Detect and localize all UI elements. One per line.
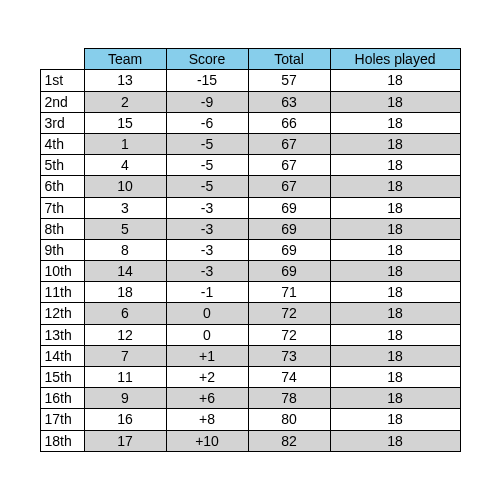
score-cell: -5 — [166, 155, 248, 176]
holes-cell: 18 — [330, 345, 460, 366]
table-row: 14th7+17318 — [40, 345, 460, 366]
score-cell: -9 — [166, 91, 248, 112]
holes-cell: 18 — [330, 155, 460, 176]
team-cell: 17 — [84, 430, 166, 451]
total-cell: 69 — [248, 239, 330, 260]
table-row: 8th5-36918 — [40, 218, 460, 239]
total-cell: 69 — [248, 218, 330, 239]
rank-cell: 11th — [40, 282, 84, 303]
table-row: 12th607218 — [40, 303, 460, 324]
table-row: 1st13-155718 — [40, 70, 460, 91]
table-row: 13th1207218 — [40, 324, 460, 345]
rank-cell: 9th — [40, 239, 84, 260]
score-cell: -15 — [166, 70, 248, 91]
team-cell: 1 — [84, 133, 166, 154]
total-cell: 63 — [248, 91, 330, 112]
team-cell: 11 — [84, 367, 166, 388]
holes-cell: 18 — [330, 70, 460, 91]
holes-cell: 18 — [330, 388, 460, 409]
team-cell: 2 — [84, 91, 166, 112]
table-row: 17th16+88018 — [40, 409, 460, 430]
score-cell: -3 — [166, 218, 248, 239]
holes-cell: 18 — [330, 282, 460, 303]
team-cell: 12 — [84, 324, 166, 345]
rank-cell: 7th — [40, 197, 84, 218]
holes-cell: 18 — [330, 261, 460, 282]
team-cell: 9 — [84, 388, 166, 409]
col-holes: Holes played — [330, 49, 460, 70]
score-cell: -5 — [166, 133, 248, 154]
team-cell: 18 — [84, 282, 166, 303]
holes-cell: 18 — [330, 239, 460, 260]
rank-cell: 18th — [40, 430, 84, 451]
score-cell: -3 — [166, 239, 248, 260]
total-cell: 71 — [248, 282, 330, 303]
rank-cell: 14th — [40, 345, 84, 366]
holes-cell: 18 — [330, 303, 460, 324]
rank-cell: 6th — [40, 176, 84, 197]
total-cell: 72 — [248, 303, 330, 324]
team-cell: 5 — [84, 218, 166, 239]
rank-cell: 17th — [40, 409, 84, 430]
score-cell: -1 — [166, 282, 248, 303]
table-row: 6th10-56718 — [40, 176, 460, 197]
holes-cell: 18 — [330, 218, 460, 239]
team-cell: 10 — [84, 176, 166, 197]
score-cell: +1 — [166, 345, 248, 366]
score-cell: 0 — [166, 303, 248, 324]
rank-cell: 8th — [40, 218, 84, 239]
holes-cell: 18 — [330, 112, 460, 133]
holes-cell: 18 — [330, 133, 460, 154]
team-cell: 14 — [84, 261, 166, 282]
holes-cell: 18 — [330, 91, 460, 112]
total-cell: 67 — [248, 176, 330, 197]
total-cell: 67 — [248, 155, 330, 176]
total-cell: 66 — [248, 112, 330, 133]
score-cell: -3 — [166, 197, 248, 218]
col-score: Score — [166, 49, 248, 70]
total-cell: 74 — [248, 367, 330, 388]
total-cell: 57 — [248, 70, 330, 91]
holes-cell: 18 — [330, 409, 460, 430]
holes-cell: 18 — [330, 176, 460, 197]
table-row: 7th3-36918 — [40, 197, 460, 218]
total-cell: 69 — [248, 261, 330, 282]
holes-cell: 18 — [330, 367, 460, 388]
team-cell: 8 — [84, 239, 166, 260]
holes-cell: 18 — [330, 197, 460, 218]
score-cell: +10 — [166, 430, 248, 451]
score-cell: -6 — [166, 112, 248, 133]
table-row: 11th18-17118 — [40, 282, 460, 303]
rank-cell: 15th — [40, 367, 84, 388]
leaderboard-table: Team Score Total Holes played 1st13-1557… — [40, 48, 461, 452]
table-row: 10th14-36918 — [40, 261, 460, 282]
table-row: 2nd2-96318 — [40, 91, 460, 112]
rank-cell: 16th — [40, 388, 84, 409]
rank-cell: 4th — [40, 133, 84, 154]
rank-cell: 1st — [40, 70, 84, 91]
team-cell: 3 — [84, 197, 166, 218]
team-cell: 4 — [84, 155, 166, 176]
rank-cell: 13th — [40, 324, 84, 345]
table-row: 4th1-56718 — [40, 133, 460, 154]
total-cell: 67 — [248, 133, 330, 154]
table-row: 15th11+27418 — [40, 367, 460, 388]
score-cell: 0 — [166, 324, 248, 345]
table-row: 9th8-36918 — [40, 239, 460, 260]
total-cell: 82 — [248, 430, 330, 451]
table-row: 5th4-56718 — [40, 155, 460, 176]
team-cell: 16 — [84, 409, 166, 430]
header-row: Team Score Total Holes played — [40, 49, 460, 70]
rank-cell: 3rd — [40, 112, 84, 133]
team-cell: 13 — [84, 70, 166, 91]
table-row: 18th17+108218 — [40, 430, 460, 451]
score-cell: -5 — [166, 176, 248, 197]
total-cell: 72 — [248, 324, 330, 345]
team-cell: 6 — [84, 303, 166, 324]
total-cell: 78 — [248, 388, 330, 409]
holes-cell: 18 — [330, 324, 460, 345]
rank-cell: 10th — [40, 261, 84, 282]
score-cell: +2 — [166, 367, 248, 388]
total-cell: 80 — [248, 409, 330, 430]
team-cell: 15 — [84, 112, 166, 133]
